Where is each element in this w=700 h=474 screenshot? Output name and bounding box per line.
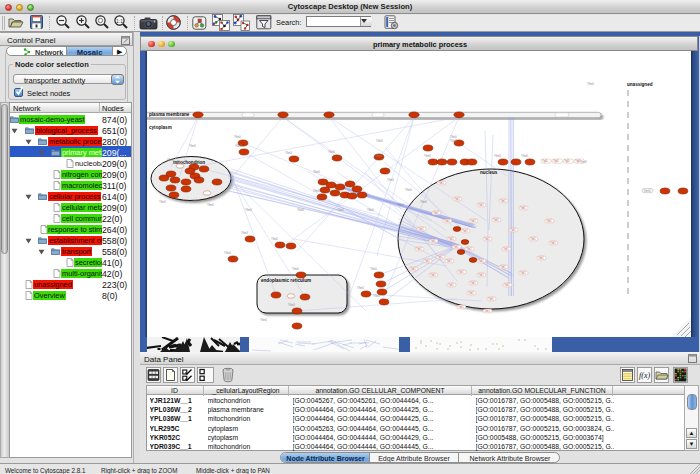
- svg-text:Ydr1: Ydr1: [468, 291, 474, 295]
- svg-text:Ybr0: Ybr0: [375, 154, 382, 158]
- svg-text:Ybr0: Ybr0: [234, 135, 241, 139]
- svg-text:Ybr0: Ybr0: [397, 203, 404, 207]
- svg-text:Ybr0: Ybr0: [494, 154, 501, 158]
- svg-text:Ydr1: Ydr1: [458, 270, 464, 274]
- svg-text:Ybr0: Ybr0: [587, 82, 594, 86]
- svg-text:Ydr1: Ydr1: [478, 203, 484, 207]
- svg-text:Ydr1: Ydr1: [418, 227, 424, 231]
- svg-text:Ybr0: Ybr0: [387, 178, 394, 182]
- svg-text:1:1: 1:1: [116, 18, 123, 24]
- svg-text:Ygl0: Ygl0: [542, 159, 548, 163]
- svg-text:Ymr0: Ymr0: [644, 189, 651, 193]
- svg-text:Ydr1: Ydr1: [448, 237, 454, 241]
- svg-text:Ybr0: Ybr0: [297, 208, 304, 212]
- svg-text:Ydr1: Ydr1: [546, 219, 552, 223]
- svg-text:Ydr1: Ydr1: [493, 218, 499, 222]
- svg-text:Ybr0: Ybr0: [367, 208, 374, 212]
- svg-text:Ybr0: Ybr0: [224, 251, 231, 255]
- svg-text:endoplasmic reticulum: endoplasmic reticulum: [261, 278, 311, 283]
- svg-text:Ydr1: Ydr1: [538, 256, 544, 260]
- svg-text:Ybr0: Ybr0: [373, 294, 380, 298]
- svg-text:Ydr1: Ydr1: [500, 265, 506, 269]
- svg-text:Ybr0: Ybr0: [370, 267, 377, 271]
- svg-text:Ydr1: Ydr1: [446, 259, 452, 263]
- svg-text:Ydr1: Ydr1: [520, 271, 526, 275]
- svg-text:Ydr1: Ydr1: [458, 305, 464, 309]
- svg-text:plasma membrane: plasma membrane: [149, 112, 190, 117]
- svg-text:Ybr0: Ybr0: [245, 208, 252, 212]
- svg-text:Ydr1: Ydr1: [448, 283, 454, 287]
- svg-text:Ybr0: Ybr0: [328, 150, 335, 154]
- svg-text:Ybr0: Ybr0: [376, 139, 383, 143]
- svg-text:Ybr0: Ybr0: [288, 303, 295, 307]
- svg-text:Ydr1: Ydr1: [530, 237, 536, 241]
- svg-text:Ydr1: Ydr1: [453, 245, 459, 249]
- svg-text:Ybr0: Ybr0: [337, 208, 344, 212]
- svg-text:f(x): f(x): [639, 371, 650, 380]
- svg-text:Ydr1: Ydr1: [466, 247, 472, 251]
- svg-text:Ybr0: Ybr0: [191, 199, 198, 203]
- svg-text:Ybr0: Ybr0: [207, 203, 214, 207]
- svg-text:Ybr0: Ybr0: [420, 200, 427, 204]
- svg-text:Ydr1: Ydr1: [454, 197, 460, 201]
- svg-text:Ygl0: Ygl0: [564, 159, 570, 163]
- svg-text:Ybr0: Ybr0: [313, 189, 320, 193]
- svg-text:Ydr1: Ydr1: [430, 239, 436, 243]
- svg-text:Ybr0: Ybr0: [167, 158, 174, 162]
- svg-text:Ydr1: Ydr1: [462, 229, 468, 233]
- svg-text:Ybr0: Ybr0: [241, 231, 248, 235]
- svg-text:mitochondrion: mitochondrion: [173, 160, 205, 165]
- svg-text:Ydr1: Ydr1: [500, 199, 506, 203]
- svg-text:Ydr1: Ydr1: [444, 219, 450, 223]
- svg-text:Ydr1: Ydr1: [520, 206, 526, 210]
- svg-text:unassigned: unassigned: [627, 82, 653, 87]
- svg-text:Ydr1: Ydr1: [424, 259, 430, 263]
- svg-text:Ydr1: Ydr1: [437, 255, 443, 259]
- svg-text:Ydr1: Ydr1: [416, 247, 422, 251]
- svg-text:Ybr0: Ybr0: [292, 267, 299, 271]
- svg-text:Ygl0: Ygl0: [553, 159, 559, 163]
- svg-text:Ydr1: Ydr1: [504, 283, 510, 287]
- svg-text:Ydr1: Ydr1: [438, 181, 444, 185]
- svg-text:Ybr0: Ybr0: [285, 151, 292, 155]
- svg-text:Ydr1: Ydr1: [503, 247, 509, 251]
- svg-text:Ybr0: Ybr0: [405, 188, 412, 192]
- svg-text:Ydr1: Ydr1: [488, 297, 494, 301]
- svg-text:Ydr1: Ydr1: [484, 309, 490, 313]
- svg-text:Ydr1: Ydr1: [433, 211, 439, 215]
- svg-text:Ydr1: Ydr1: [510, 228, 516, 232]
- svg-text:Ydr1: Ydr1: [430, 273, 436, 277]
- svg-text:Ydr1: Ydr1: [550, 241, 556, 245]
- svg-text:Ybr0: Ybr0: [357, 286, 364, 290]
- svg-text:Ybr0: Ybr0: [450, 139, 457, 143]
- svg-text:cytoplasm: cytoplasm: [149, 125, 172, 130]
- svg-text:Ydr1: Ydr1: [478, 259, 484, 263]
- svg-text:Ybr0: Ybr0: [159, 200, 166, 204]
- svg-text:Ybr0: Ybr0: [424, 154, 431, 158]
- svg-text:Ybr0: Ybr0: [235, 144, 242, 148]
- svg-text:nucleus: nucleus: [480, 170, 498, 175]
- svg-text:Ybr0: Ybr0: [521, 154, 528, 158]
- svg-text:Ybr2: Ybr2: [580, 160, 587, 164]
- svg-text:Ydr1: Ydr1: [484, 237, 490, 241]
- svg-text:Ybr0: Ybr0: [189, 144, 196, 148]
- svg-text:Ydr1: Ydr1: [470, 219, 476, 223]
- svg-text:Ydr1: Ydr1: [478, 273, 484, 277]
- svg-text:Ybr0: Ybr0: [313, 170, 320, 174]
- svg-text:Ybr0: Ybr0: [260, 318, 267, 322]
- svg-text:Ybr0: Ybr0: [271, 237, 278, 241]
- svg-text:Ydr1: Ydr1: [470, 281, 476, 285]
- svg-text:Ydr1: Ydr1: [410, 267, 416, 271]
